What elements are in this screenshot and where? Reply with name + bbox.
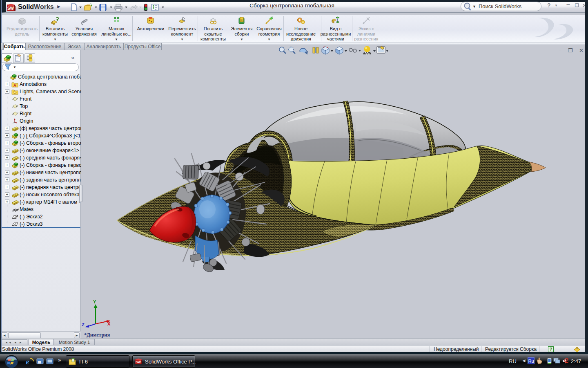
svg-text:Y: Y — [93, 299, 96, 304]
svg-text:e: e — [26, 357, 29, 366]
svg-text:SW: SW — [7, 6, 14, 11]
svg-text:X: X — [107, 321, 111, 326]
svg-text:SW: SW — [136, 360, 141, 364]
svg-text:Z: Z — [82, 322, 85, 327]
